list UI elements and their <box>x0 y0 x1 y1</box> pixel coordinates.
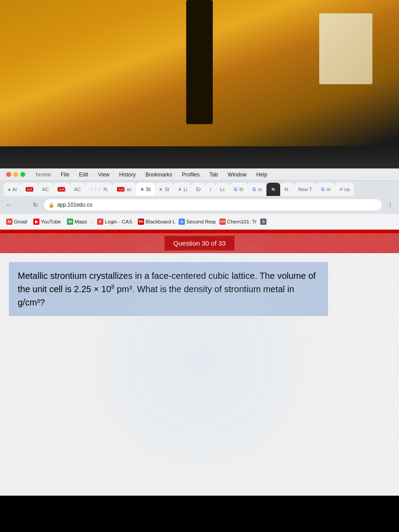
tab-2[interactable]: Aol <box>21 183 38 196</box>
tab-12[interactable]: i <box>205 183 215 196</box>
room-background <box>0 0 399 168</box>
pole-object <box>186 0 213 124</box>
second-request-favicon: G <box>179 219 185 225</box>
gmail-favicon: M <box>6 219 12 225</box>
bookmark-maps-label: Maps <box>74 219 87 224</box>
laptop-bezel <box>0 146 399 168</box>
question-area: Metallic strontium crystallizes in a fac… <box>0 253 399 329</box>
tab-3[interactable]: AC <box>38 183 53 196</box>
bookmark-chem101[interactable]: 101 Chem101: Transfo... <box>217 217 257 227</box>
extensions-button[interactable]: ⋮ <box>385 200 395 210</box>
question-text: Metallic strontium crystallizes in a fac… <box>9 262 328 316</box>
bookmark-youtube[interactable]: ▶ YouTube <box>31 217 63 227</box>
tab-4[interactable]: Aol <box>53 183 70 196</box>
forward-button[interactable]: → <box>17 200 27 210</box>
bookmark-chem101-label: Chem101: Transfo... <box>227 219 257 224</box>
lock-icon: 🔒 <box>48 202 55 208</box>
login-favicon: F <box>97 219 103 225</box>
youtube-favicon: ▶ <box>33 219 39 225</box>
browser-window: hrome File Edit View History Bookmarks P… <box>0 168 399 496</box>
progress-bar <box>0 230 399 233</box>
close-window-button[interactable] <box>6 172 11 177</box>
tab-active[interactable]: ⊕St <box>136 183 155 196</box>
counter-row: Question 30 of 33 <box>0 233 399 253</box>
tab-11[interactable]: Er <box>192 183 205 196</box>
address-text: app.101edu.co <box>57 202 92 208</box>
tab-15[interactable]: Gm <box>248 183 266 196</box>
menu-file[interactable]: File <box>59 171 71 179</box>
menu-tab[interactable]: Tab <box>207 171 219 179</box>
address-bar[interactable]: 🔒 app.101edu.co <box>43 199 382 211</box>
bookmark-second-request[interactable]: G Second Request -... <box>176 217 216 227</box>
menu-window[interactable]: Window <box>226 171 249 179</box>
tab-18[interactable]: New T <box>294 183 317 196</box>
separator-1: | <box>90 219 94 224</box>
back-button[interactable]: ← <box>4 200 14 210</box>
menu-help[interactable]: Help <box>254 171 269 179</box>
bookmark-gmail-label: Gmail <box>14 219 27 224</box>
tab-9[interactable]: ⊕St <box>155 183 173 196</box>
tab-strip: ●Ai Aol AC Aol AC ⋮⋮⋮N. Aolac ⊕St ⊕St ⊕L… <box>0 181 399 196</box>
tab-20[interactable]: sfca <box>335 183 354 196</box>
minimize-window-button[interactable] <box>13 172 18 177</box>
bookmark-second-request-label: Second Request -... <box>186 219 216 224</box>
chem101-favicon: 101 <box>219 219 226 225</box>
tab-10[interactable]: ⊕Li <box>174 183 192 196</box>
tab-1[interactable]: ●Ai <box>4 183 21 196</box>
menu-profiles[interactable]: Profiles <box>180 171 201 179</box>
background-object <box>319 13 372 84</box>
maximize-window-button[interactable] <box>20 172 25 177</box>
bookmark-blackboard[interactable]: Bb Blackboard Learn <box>135 217 175 227</box>
tab-5[interactable]: AC <box>70 183 85 196</box>
tab-19[interactable]: Gm <box>317 183 335 196</box>
bookmark-login[interactable]: F Login - CAS - Cen... <box>94 217 134 227</box>
tab-6[interactable]: ⋮⋮⋮N. <box>85 183 113 196</box>
bookmark-blackboard-label: Blackboard Learn <box>145 219 175 224</box>
bookmark-login-label: Login - CAS - Cen... <box>105 219 134 224</box>
maps-favicon: M <box>67 219 73 225</box>
menu-history[interactable]: History <box>117 171 137 179</box>
tab-17[interactable]: N. <box>280 183 294 196</box>
reload-button[interactable]: ↻ <box>30 200 41 210</box>
traffic-lights <box>4 172 28 177</box>
tab-16[interactable]: N <box>266 183 280 196</box>
bookmark-youtube-label: YouTube <box>41 219 61 224</box>
content-area: Question 30 of 33 Metallic strontium cry… <box>0 230 399 496</box>
menu-edit[interactable]: Edit <box>77 171 90 179</box>
bookmarks-bar: M Gmail ▶ YouTube M Maps | F Login - CAS… <box>0 214 399 230</box>
other-favicon: S <box>260 219 266 225</box>
bookmark-gmail[interactable]: M Gmail <box>4 217 30 227</box>
menu-view[interactable]: View <box>96 171 111 179</box>
progress-fill <box>0 230 359 233</box>
question-superscript: 8 <box>111 283 114 290</box>
bookmark-other[interactable]: S <box>258 217 269 227</box>
tab-7[interactable]: Aolac <box>113 183 136 196</box>
menu-bar: hrome File Edit View History Bookmarks P… <box>0 168 399 181</box>
tab-14[interactable]: Gth <box>230 183 248 196</box>
blackboard-favicon: Bb <box>138 219 144 225</box>
address-bar-row: ← → ↻ 🔒 app.101edu.co ⋮ <box>0 196 399 214</box>
bookmark-maps[interactable]: M Maps <box>64 217 90 227</box>
menu-bookmarks[interactable]: Bookmarks <box>144 171 174 179</box>
app-name-label: hrome <box>34 171 53 179</box>
tab-13[interactable]: Lc <box>215 183 230 196</box>
question-counter: Question 30 of 33 <box>164 236 235 250</box>
